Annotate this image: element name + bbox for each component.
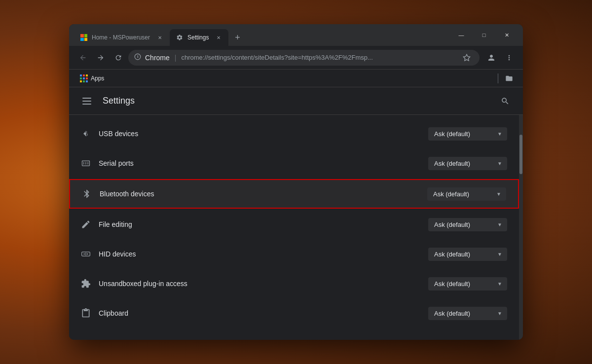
clipboard-label: Clipboard [99, 309, 420, 317]
clipboard-dropdown-wrapper: Ask (default) Block Allow [428, 307, 507, 320]
clipboard-dropdown[interactable]: Ask (default) Block Allow [428, 307, 507, 320]
settings-menu-button[interactable] [79, 93, 95, 109]
win-logo-icon [80, 34, 87, 41]
svg-point-9 [87, 254, 88, 255]
settings-item-serial-ports[interactable]: Serial ports Ask (default) Block Allow [69, 148, 519, 178]
serial-ports-control: Ask (default) Block Allow [428, 157, 507, 170]
tab-favicon-settings [176, 34, 184, 41]
usb-icon [80, 128, 92, 140]
bluetooth-devices-label: Bluetooth devices [100, 190, 419, 198]
hid-devices-control: Ask (default) Block Allow [428, 248, 507, 261]
usb-devices-dropdown[interactable]: Ask (default) Block Allow [428, 127, 507, 141]
usb-devices-control: Ask (default) Block Allow [428, 127, 507, 141]
apps-bookmark[interactable]: Apps [76, 73, 108, 84]
file-editing-dropdown-wrapper: Ask (default) Block Allow [428, 218, 507, 231]
bluetooth-devices-dropdown[interactable]: Ask (default) Block Allow [427, 187, 506, 201]
settings-search-button[interactable] [497, 93, 513, 109]
unsandboxed-plugin-dropdown[interactable]: Ask (default) Block Allow [428, 277, 507, 291]
settings-item-hid-devices[interactable]: HID devices Ask (default) Block Allow [69, 239, 519, 269]
svg-text:ℹ: ℹ [137, 55, 139, 58]
profile-button[interactable] [483, 50, 499, 66]
file-editing-icon [80, 218, 92, 230]
settings-list: USB devices Ask (default) Block Allow [69, 115, 519, 340]
bookmarks-bar: Apps [69, 70, 523, 87]
toolbar-right [483, 50, 517, 66]
reload-button[interactable] [111, 50, 126, 66]
clipboard-icon [80, 307, 92, 319]
settings-item-unsandboxed-plugin[interactable]: Unsandboxed plug-in access Ask (default)… [69, 269, 519, 298]
svg-point-8 [83, 254, 85, 255]
bookmarks-divider [498, 73, 498, 83]
tab-mspoweruser[interactable]: Home - MSPoweruser ✕ [74, 29, 170, 46]
scrollbar-thumb[interactable] [519, 135, 522, 174]
tab-label-mspoweruser: Home - MSPoweruser [92, 34, 150, 41]
settings-page-title: Settings [103, 96, 135, 106]
back-button[interactable] [75, 50, 91, 66]
file-editing-dropdown[interactable]: Ask (default) Block Allow [428, 218, 507, 231]
bluetooth-icon [81, 188, 93, 200]
browser-toolbar: ℹ Chrome | chrome://settings/content/sit… [69, 46, 523, 70]
address-bar[interactable]: ℹ Chrome | chrome://settings/content/sit… [128, 50, 480, 66]
tab-favicon-mspoweruser [80, 34, 88, 41]
menu-button[interactable] [501, 50, 517, 66]
plugin-icon [80, 278, 92, 290]
apps-grid-icon [80, 74, 88, 82]
tab-settings[interactable]: Settings ✕ [170, 29, 228, 46]
file-editing-label: File editing [99, 220, 420, 228]
clipboard-control: Ask (default) Block Allow [428, 307, 507, 320]
settings-item-usb-devices[interactable]: USB devices Ask (default) Block Allow [69, 119, 519, 148]
settings-item-clipboard[interactable]: Clipboard Ask (default) Block Allow [69, 298, 519, 328]
usb-devices-label: USB devices [99, 130, 420, 138]
tab-label-settings: Settings [187, 34, 209, 41]
settings-item-file-editing[interactable]: File editing Ask (default) Block Allow [69, 210, 519, 239]
svg-marker-2 [463, 54, 470, 61]
site-security-icon: ℹ [134, 53, 141, 62]
site-name: Chrome [145, 54, 170, 62]
tab-close-mspoweruser[interactable]: ✕ [156, 34, 164, 41]
address-url: chrome://settings/content/siteDetails?si… [181, 54, 456, 61]
close-button[interactable]: ✕ [495, 29, 518, 41]
settings-page: Settings USB devices [69, 87, 523, 340]
bluetooth-devices-dropdown-wrapper: Ask (default) Block Allow [427, 187, 506, 201]
title-bar: Home - MSPoweruser ✕ Settings ✕ + — □ ✕ [69, 24, 523, 46]
tab-close-settings[interactable]: ✕ [215, 34, 222, 41]
unsandboxed-plugin-dropdown-wrapper: Ask (default) Block Allow [428, 277, 507, 291]
apps-label: Apps [91, 75, 104, 82]
forward-button[interactable] [93, 50, 109, 66]
bookmark-star-button[interactable] [460, 51, 474, 65]
bluetooth-devices-control: Ask (default) Block Allow [427, 187, 506, 201]
hid-devices-label: HID devices [99, 250, 420, 258]
address-bar-icons [460, 51, 474, 65]
settings-item-bluetooth-devices[interactable]: Bluetooth devices Ask (default) Block Al… [69, 179, 519, 209]
file-editing-control: Ask (default) Block Allow [428, 218, 507, 231]
unsandboxed-plugin-label: Unsandboxed plug-in access [99, 280, 420, 288]
browser-window: Home - MSPoweruser ✕ Settings ✕ + — □ ✕ [69, 24, 523, 340]
unsandboxed-plugin-control: Ask (default) Block Allow [428, 277, 507, 291]
new-tab-button[interactable]: + [230, 31, 244, 44]
bookmarks-right [494, 72, 516, 85]
usb-devices-dropdown-wrapper: Ask (default) Block Allow [428, 127, 507, 141]
serial-ports-dropdown[interactable]: Ask (default) Block Allow [428, 157, 507, 170]
maximize-button[interactable]: □ [473, 29, 495, 41]
serial-ports-dropdown-wrapper: Ask (default) Block Allow [428, 157, 507, 170]
hid-icon [80, 248, 92, 260]
hid-devices-dropdown-wrapper: Ask (default) Block Allow [428, 248, 507, 261]
settings-header: Settings [69, 87, 523, 115]
serial-icon [80, 157, 92, 169]
address-separator: | [175, 54, 177, 62]
hamburger-icon [82, 98, 91, 105]
minimize-button[interactable]: — [450, 29, 473, 41]
serial-ports-label: Serial ports [99, 159, 420, 167]
content-area: Settings USB devices [69, 87, 523, 340]
window-controls: — □ ✕ [450, 29, 518, 41]
scrollbar-track[interactable] [519, 115, 523, 340]
reading-list-button[interactable] [502, 72, 516, 85]
hid-devices-dropdown[interactable]: Ask (default) Block Allow [428, 248, 507, 261]
